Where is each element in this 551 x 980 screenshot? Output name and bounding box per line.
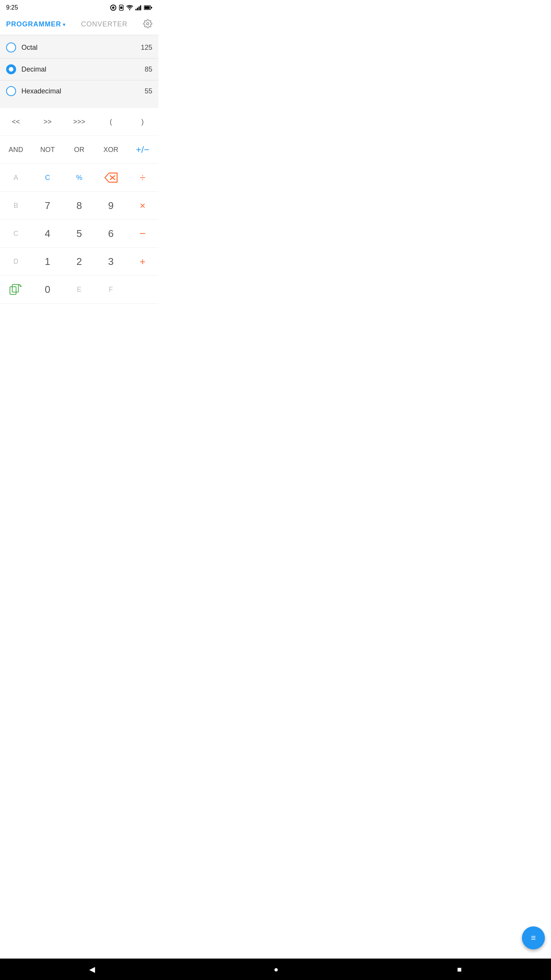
4-button[interactable]: 4 (32, 220, 64, 247)
5-button[interactable]: 5 (64, 220, 95, 247)
base-row-hex-left: Hexadecimal (6, 86, 61, 96)
6-label: 6 (108, 228, 114, 240)
add-button[interactable]: + (127, 248, 158, 275)
F-button[interactable]: F (95, 276, 127, 303)
calculator-keypad: << >> >>> ( ) AND NOT OR XOR +/− (0, 108, 158, 304)
svg-point-11 (147, 23, 149, 25)
logic-row: AND NOT OR XOR +/− (0, 136, 158, 164)
base-row-octal[interactable]: Octal 125 (0, 37, 158, 58)
radio-hex[interactable] (6, 86, 16, 96)
dropdown-arrow-icon[interactable]: ▾ (63, 21, 65, 28)
gear-icon (143, 19, 152, 28)
urshift-button[interactable]: >>> (64, 108, 95, 136)
percent-label: % (76, 174, 82, 182)
subtract-button[interactable]: − (127, 220, 158, 247)
svg-rect-15 (12, 284, 18, 292)
0-label: 0 (45, 284, 50, 296)
A-label: A (13, 174, 18, 182)
radio-decimal-inner (9, 67, 13, 72)
add-label: + (140, 256, 145, 268)
percent-button[interactable]: % (64, 164, 95, 191)
divide-label: ÷ (140, 172, 145, 184)
divide-button[interactable]: ÷ (127, 164, 158, 191)
backspace-icon (104, 172, 118, 183)
settings-button[interactable] (143, 19, 152, 30)
6-button[interactable]: 6 (95, 220, 127, 247)
D-button[interactable]: D (0, 248, 32, 275)
not-label: NOT (40, 146, 55, 154)
rshift-label: >> (44, 118, 52, 126)
urshift-label: >>> (73, 118, 85, 126)
divider-row (0, 103, 158, 108)
num-row-3: D 1 2 3 + (0, 248, 158, 276)
top-bar: PROGRAMMER ▾ CONVERTER (0, 14, 158, 35)
decimal-label: Decimal (21, 65, 46, 74)
4-label: 4 (45, 228, 50, 240)
backspace-button[interactable] (95, 164, 127, 191)
close-paren-label: ) (142, 118, 144, 126)
7-button[interactable]: 7 (32, 192, 64, 219)
and-button[interactable]: AND (0, 136, 32, 163)
rshift-button[interactable]: >> (32, 108, 64, 136)
fab-cell (127, 276, 158, 303)
open-paren-label: ( (110, 118, 112, 126)
base-list: Octal 125 Decimal 85 Hexadecimal 55 (0, 35, 158, 103)
top-bar-left: PROGRAMMER ▾ (6, 20, 65, 28)
open-paren-button[interactable]: ( (95, 108, 127, 136)
svg-rect-14 (10, 287, 16, 294)
close-paren-button[interactable]: ) (127, 108, 158, 136)
base-row-octal-left: Octal (6, 42, 37, 52)
3-label: 3 (108, 256, 114, 268)
8-button[interactable]: 8 (64, 192, 95, 219)
plusminus-label: +/− (136, 145, 149, 154)
base-row-decimal-left: Decimal (6, 64, 46, 74)
status-bar: 9:25 (0, 0, 158, 14)
copy-convert-button[interactable] (0, 276, 32, 303)
circle-icon (110, 5, 116, 11)
B-button[interactable]: B (0, 192, 32, 219)
programmer-tab[interactable]: PROGRAMMER (6, 20, 61, 28)
radio-octal[interactable] (6, 42, 16, 52)
E-label: E (77, 286, 82, 294)
3-button[interactable]: 3 (95, 248, 127, 275)
E-button[interactable]: E (64, 276, 95, 303)
base-row-decimal[interactable]: Decimal 85 (0, 59, 158, 80)
svg-rect-6 (139, 7, 140, 10)
base-row-hex[interactable]: Hexadecimal 55 (0, 80, 158, 102)
A-button[interactable]: A (0, 164, 32, 191)
not-button[interactable]: NOT (32, 136, 64, 163)
D-label: D (13, 258, 18, 266)
lshift-label: << (12, 118, 20, 126)
radio-decimal[interactable] (6, 64, 16, 74)
svg-rect-4 (135, 9, 137, 10)
subtract-label: − (139, 228, 145, 239)
num-row-2: C 4 5 6 − (0, 220, 158, 248)
signal-icon (135, 5, 142, 10)
xor-button[interactable]: XOR (95, 136, 127, 163)
F-label: F (109, 286, 113, 294)
9-button[interactable]: 9 (95, 192, 127, 219)
C-hex-button[interactable]: C (0, 220, 32, 247)
or-button[interactable]: OR (64, 136, 95, 163)
B-label: B (13, 202, 18, 210)
2-label: 2 (77, 256, 82, 268)
battery-icon (144, 5, 152, 10)
svg-rect-3 (120, 7, 122, 9)
lshift-button[interactable]: << (0, 108, 32, 136)
1-label: 1 (45, 256, 50, 268)
num-row-1: B 7 8 9 × (0, 192, 158, 220)
hex-row-1: A C % ÷ (0, 164, 158, 192)
plusminus-button[interactable]: +/− (127, 136, 158, 163)
svg-point-1 (112, 7, 114, 9)
status-icons (110, 5, 152, 11)
xor-label: XOR (103, 146, 118, 154)
2-button[interactable]: 2 (64, 248, 95, 275)
0-button[interactable]: 0 (32, 276, 64, 303)
1-button[interactable]: 1 (32, 248, 64, 275)
clear-label: C (45, 174, 50, 182)
clear-button[interactable]: C (32, 164, 64, 191)
copy-rotate-icon (9, 284, 22, 295)
octal-value: 125 (141, 44, 152, 52)
converter-tab[interactable]: CONVERTER (81, 20, 128, 28)
multiply-button[interactable]: × (127, 192, 158, 219)
